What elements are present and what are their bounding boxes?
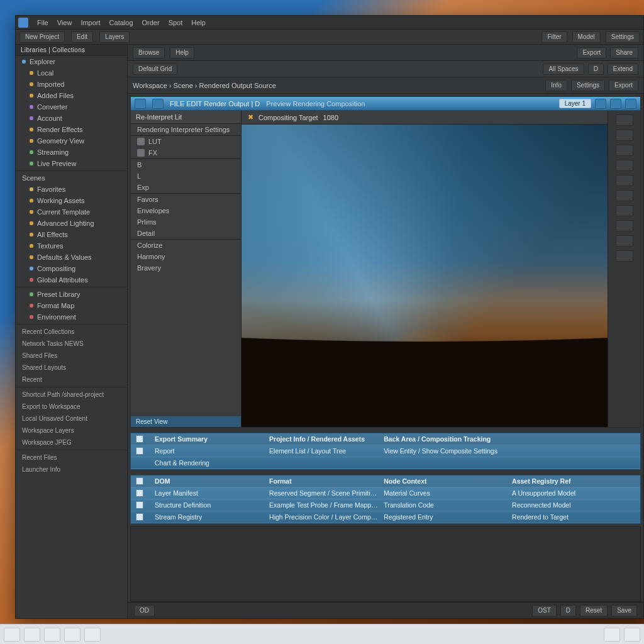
inspector-row[interactable]: L — [131, 170, 241, 182]
dropdown[interactable]: All Spaces — [543, 64, 584, 75]
checkbox-icon[interactable] — [136, 447, 143, 455]
toolbar-button[interactable]: Settings — [571, 80, 605, 91]
inspector-row[interactable]: Bravery — [131, 262, 241, 274]
sidebar-footer-row[interactable]: Shared Layouts — [16, 362, 127, 374]
taskbar-app-icon[interactable] — [64, 628, 80, 641]
sidebar-item[interactable]: Geometry View — [16, 135, 127, 147]
menu-item[interactable]: Spot — [169, 19, 183, 26]
table-row[interactable]: Stream Registry High Precision Color / L… — [131, 511, 640, 523]
menu-item[interactable]: File — [37, 19, 48, 26]
grid-icon[interactable] — [616, 114, 633, 126]
tab[interactable]: Browse — [133, 47, 165, 58]
breadcrumb[interactable]: Workspace › Scene › Rendered Output Sour… — [133, 82, 276, 89]
toolbar-button[interactable]: Export — [577, 47, 606, 58]
sidebar-footer-row[interactable]: Shared Files — [16, 350, 127, 362]
info-icon[interactable] — [616, 175, 633, 186]
sidebar-item[interactable]: Local — [16, 67, 127, 79]
menu-item[interactable]: Import — [80, 19, 100, 26]
inspector-footer[interactable]: Reset View — [131, 416, 241, 427]
dropdown[interactable]: Default Grid — [133, 64, 177, 75]
toolbar-button[interactable]: Edit — [71, 31, 93, 43]
sidebar-footer-row[interactable]: Shortcut Path /shared-project — [16, 389, 127, 401]
sidebar-item[interactable]: All Effects — [16, 229, 127, 240]
sidebar-item[interactable]: Textures — [16, 240, 127, 252]
menu-item[interactable]: Catalog — [109, 19, 133, 26]
checkbox-icon[interactable] — [136, 435, 143, 443]
sidebar-item[interactable]: Defaults & Values — [16, 252, 127, 263]
toggle[interactable]: D — [588, 64, 604, 75]
inspector-row[interactable]: Colorize — [131, 240, 241, 251]
checkbox-icon[interactable] — [136, 501, 143, 509]
toolbar-button[interactable]: Info — [545, 80, 567, 91]
sidebar-footer-row[interactable]: Workspace Layers — [16, 425, 127, 436]
toolbar-button[interactable]: Filter — [541, 31, 567, 43]
render-canvas[interactable] — [242, 125, 608, 427]
toolbar-button[interactable]: Model — [572, 31, 601, 43]
inspector-row[interactable]: Harmony — [131, 251, 241, 262]
reset-button[interactable]: Reset — [580, 605, 608, 616]
summary-row[interactable]: Chart & Rendering — [131, 457, 640, 469]
empty-timeline[interactable] — [130, 526, 641, 602]
crop-icon[interactable] — [616, 220, 633, 231]
menu-item[interactable]: Help — [191, 19, 206, 26]
toolbar-button[interactable]: Layers — [99, 31, 130, 43]
inspector-row[interactable]: Prlims — [131, 216, 241, 228]
sidebar-item[interactable]: Added Files — [16, 90, 127, 101]
toolbar-button[interactable]: Share — [610, 47, 638, 58]
sidebar-item[interactable]: Converter — [16, 101, 127, 113]
status-chip[interactable]: D — [560, 605, 576, 616]
inspector-row[interactable]: LUT — [131, 136, 241, 147]
tray-icon[interactable] — [604, 628, 620, 641]
sidebar-footer-row[interactable]: Export to Workspace — [16, 401, 127, 413]
sidebar-section[interactable]: Explorer — [16, 56, 127, 67]
taskbar-app-icon[interactable] — [24, 628, 40, 641]
sidebar-item[interactable]: Live Preview — [16, 158, 127, 169]
checkbox-icon[interactable] — [136, 489, 143, 497]
table-row[interactable]: Structure Definition Example Test Probe … — [131, 499, 640, 511]
sidebar-footer-row[interactable]: Recent Collections — [16, 326, 127, 338]
toolbar-button[interactable]: Export — [609, 80, 638, 91]
sidebar-item[interactable]: Global Attributes — [16, 274, 127, 286]
sidebar-item[interactable]: Streaming — [16, 147, 127, 158]
toolbar-button[interactable]: Settings — [606, 31, 640, 43]
taskbar-app-icon[interactable] — [84, 628, 101, 641]
inspector-row[interactable]: B — [131, 159, 241, 170]
sidebar-item[interactable]: Working Assets — [16, 195, 127, 206]
list-icon[interactable] — [616, 130, 633, 141]
sidebar-item[interactable]: Imported — [16, 79, 127, 90]
titlebar-button[interactable] — [610, 99, 621, 109]
checkbox-icon[interactable] — [136, 477, 143, 485]
histogram-icon[interactable] — [616, 160, 633, 171]
status-chip[interactable]: OST — [532, 605, 557, 616]
sidebar-footer-row[interactable]: Network Tasks NEWS — [16, 338, 127, 350]
toolbar-button[interactable]: Extend — [608, 64, 638, 75]
color-icon[interactable] — [616, 205, 633, 216]
sidebar-footer-row[interactable]: Workspace JPEG — [16, 436, 127, 448]
sidebar-item[interactable]: Compositing — [16, 263, 127, 274]
status-chip[interactable]: OD — [134, 605, 155, 616]
tray-icon[interactable] — [624, 628, 640, 641]
titlebar-button[interactable] — [135, 99, 146, 109]
sidebar-item[interactable]: Preset Library — [16, 289, 127, 300]
close-icon[interactable] — [625, 99, 636, 109]
inspector-row[interactable]: Exp — [131, 182, 241, 193]
zoom-icon[interactable] — [616, 235, 633, 247]
titlebar-button[interactable] — [152, 99, 164, 109]
inspector-row[interactable]: Favors — [131, 194, 241, 205]
sidebar-footer-row[interactable]: Local Unsaved Content — [16, 413, 127, 425]
toolbar-button[interactable]: New Project — [19, 31, 65, 43]
layers-icon[interactable] — [616, 145, 633, 156]
menu-item[interactable]: View — [57, 19, 72, 26]
sidebar-item[interactable]: Favorites — [16, 184, 127, 195]
tab[interactable]: Help — [170, 47, 194, 58]
save-button[interactable]: Save — [611, 605, 637, 616]
layer-indicator[interactable]: Layer 1 — [559, 99, 591, 108]
taskbar-app-icon[interactable] — [44, 628, 60, 641]
sidebar-item[interactable]: Format Map — [16, 300, 127, 311]
table-row[interactable]: Layer Manifest Reserved Segment / Scene … — [131, 487, 640, 499]
sidebar-footer-row[interactable]: Recent — [16, 374, 127, 386]
start-button[interactable] — [4, 628, 20, 641]
sidebar-item[interactable]: Advanced Lighting — [16, 218, 127, 229]
inspector-row[interactable]: FX — [131, 147, 241, 158]
checkbox-icon[interactable] — [136, 513, 143, 521]
